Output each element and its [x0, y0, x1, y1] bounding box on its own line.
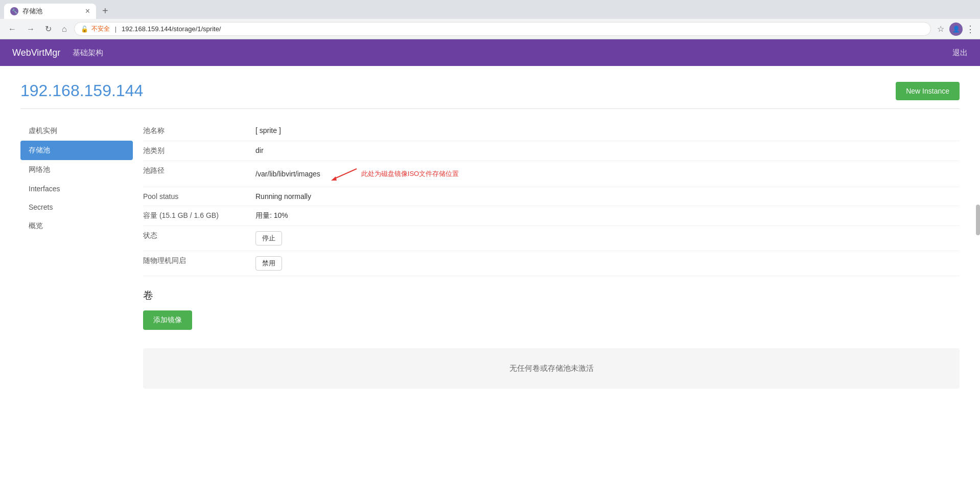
label-autostart: 随物理机同启 [143, 256, 255, 265]
divider: | [115, 25, 116, 33]
info-row-capacity: 容量 (15.1 GB / 1.6 GB) 用量: 10% [143, 206, 960, 226]
app-navbar: WebVirtMgr 基础架构 退出 [0, 39, 980, 66]
menu-button[interactable]: ⋮ [966, 24, 975, 35]
arrow-icon [329, 166, 359, 182]
tab-favicon: 🔧 [10, 7, 18, 15]
user-avatar[interactable]: 👤 [949, 23, 963, 36]
add-image-button[interactable]: 添加镜像 [143, 310, 192, 330]
scrollbar[interactable] [976, 205, 980, 235]
sidebar: 虚机实例 存储池 网络池 Interfaces Secrets 概览 [20, 121, 133, 389]
browser-toolbar: ← → ↻ ⌂ 🔓 不安全 | 192.168.159.144/storage/… [0, 19, 980, 39]
tab-close-button[interactable]: × [85, 7, 90, 15]
label-pool-type: 池类别 [143, 146, 255, 155]
active-tab[interactable]: 🔧 存储池 × [4, 4, 96, 19]
nav-logout[interactable]: 退出 [952, 48, 968, 58]
back-button[interactable]: ← [5, 23, 19, 36]
security-label: 不安全 [91, 25, 110, 33]
value-autostart: 禁用 [255, 256, 960, 271]
nav-infrastructure[interactable]: 基础架构 [73, 48, 103, 58]
info-table: 池名称 [ sprite ] 池类别 dir 池路径 /var/lib/libv… [143, 121, 960, 276]
page-title: 192.168.159.144 [20, 81, 143, 100]
forward-button[interactable]: → [24, 23, 38, 36]
sidebar-item-vm-instances[interactable]: 虚机实例 [20, 121, 133, 141]
info-row-pool-name: 池名称 [ sprite ] [143, 121, 960, 141]
info-row-autostart: 随物理机同启 禁用 [143, 251, 960, 276]
sidebar-item-overview[interactable]: 概览 [20, 216, 133, 236]
pool-path-text: /var/lib/libvirt/images [255, 170, 320, 178]
new-instance-button[interactable]: New Instance [896, 82, 960, 100]
value-pool-status: Running normally [255, 192, 960, 200]
label-state: 状态 [143, 231, 255, 240]
label-pool-name: 池名称 [143, 126, 255, 136]
home-button[interactable]: ⌂ [59, 23, 70, 36]
disable-button[interactable]: 禁用 [255, 256, 282, 271]
content-layout: 虚机实例 存储池 网络池 Interfaces Secrets 概览 池名称 [… [20, 121, 960, 389]
toolbar-icons: ☆ 👤 ⋮ [935, 22, 975, 36]
app-brand[interactable]: WebVirtMgr [12, 48, 60, 58]
url-text: 192.168.159.144/storage/1/sprite/ [122, 25, 924, 33]
info-row-pool-type: 池类别 dir [143, 141, 960, 161]
main-content: 192.168.159.144 New Instance 虚机实例 存储池 网络… [0, 66, 980, 404]
info-row-pool-status: Pool status Running normally [143, 187, 960, 206]
sidebar-item-interfaces[interactable]: Interfaces [20, 180, 133, 198]
empty-notice: 无任何卷或存储池未激活 [143, 348, 960, 389]
volumes-section-title: 卷 [143, 288, 960, 302]
value-pool-name: [ sprite ] [255, 126, 960, 135]
stop-button[interactable]: 停止 [255, 231, 282, 245]
annotation-arrow: 此处为磁盘镜像ISO文件存储位置 [329, 166, 459, 182]
value-state: 停止 [255, 231, 960, 245]
annotation-text: 此处为磁盘镜像ISO文件存储位置 [361, 169, 459, 178]
label-pool-path: 池路径 [143, 166, 255, 175]
reload-button[interactable]: ↻ [42, 22, 55, 36]
security-icon: 🔓 [81, 26, 88, 33]
label-capacity: 容量 (15.1 GB / 1.6 GB) [143, 211, 255, 220]
sidebar-item-network-pool[interactable]: 网络池 [20, 160, 133, 180]
sidebar-item-secrets[interactable]: Secrets [20, 198, 133, 216]
info-row-state: 状态 停止 [143, 226, 960, 251]
sidebar-item-storage-pool[interactable]: 存储池 [20, 141, 133, 160]
browser-tabs: 🔧 存储池 × + [0, 0, 980, 19]
nav-left: WebVirtMgr 基础架构 [12, 48, 103, 58]
value-capacity: 用量: 10% [255, 211, 960, 220]
label-pool-status: Pool status [143, 192, 255, 200]
info-row-pool-path: 池路径 /var/lib/libvirt/images 此处为磁盘镜像ISO文件… [143, 161, 960, 187]
value-pool-type: dir [255, 146, 960, 154]
browser-chrome: 🔧 存储池 × + ← → ↻ ⌂ 🔓 不安全 | 192.168.159.14… [0, 0, 980, 39]
new-tab-button[interactable]: + [100, 3, 110, 19]
svg-line-0 [334, 169, 357, 179]
star-icon[interactable]: ☆ [935, 22, 946, 36]
main-panel: 池名称 [ sprite ] 池类别 dir 池路径 /var/lib/libv… [133, 121, 960, 389]
tab-title: 存储池 [22, 7, 42, 16]
value-pool-path: /var/lib/libvirt/images 此处为磁盘镜像ISO文件存储位置 [255, 166, 960, 182]
address-bar[interactable]: 🔓 不安全 | 192.168.159.144/storage/1/sprite… [74, 22, 931, 36]
svg-marker-1 [331, 176, 337, 181]
page-header: 192.168.159.144 New Instance [20, 81, 960, 109]
